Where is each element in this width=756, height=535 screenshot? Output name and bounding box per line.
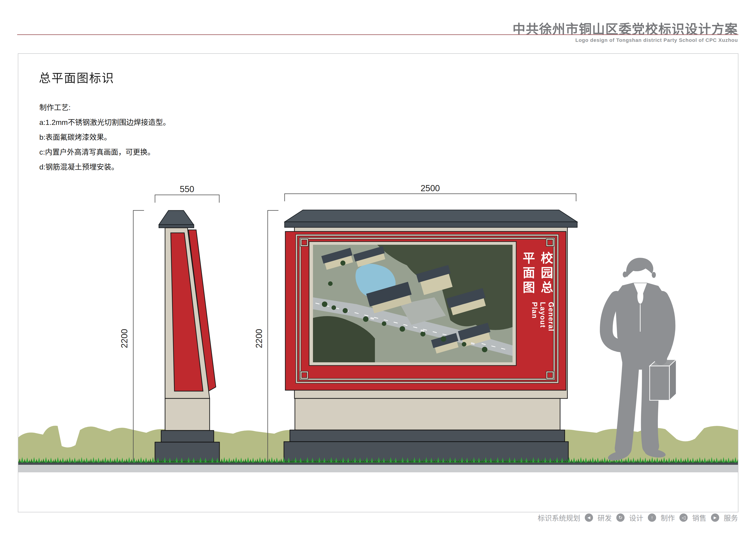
footer-item-production: 制作 <box>661 512 675 523</box>
front-base-block <box>295 398 560 430</box>
arrow-left-icon: ◄ <box>585 514 593 522</box>
refresh-icon: ↻ <box>616 514 625 522</box>
dim-550-label: 550 <box>180 184 194 194</box>
campus-aerial-photo <box>313 245 513 362</box>
footer-item-rd: 研发 <box>598 512 612 523</box>
dim-2500-label: 2500 <box>420 183 440 193</box>
dimension-side-width <box>155 195 219 203</box>
footer-service-chain: 标识系统规划 ◄ 研发 ↻ 设计 ↑ 制作 ◁ 销售 ► 服务 <box>538 512 738 523</box>
side-step-upper <box>161 431 214 442</box>
footer-item-service: 服务 <box>724 512 738 523</box>
sign-caption-zh: 校园总平面图 <box>523 252 555 301</box>
arrow-right-icon: ► <box>711 514 719 522</box>
dim-2200-front-label: 2200 <box>254 329 264 348</box>
footer-item-design: 设计 <box>629 512 643 523</box>
dimension-front-width <box>284 194 576 201</box>
person-hair <box>626 258 653 277</box>
side-cap-band <box>159 225 194 228</box>
person-hand <box>654 352 667 365</box>
side-base-block <box>165 398 210 431</box>
sign-caption: 校园总平面图 General Layout Plan <box>521 252 555 345</box>
side-cap-roof <box>159 211 194 225</box>
dim-2200-side-label: 2200 <box>120 329 129 348</box>
side-elevation <box>155 211 220 462</box>
front-step-upper <box>290 430 565 442</box>
person-tie <box>637 289 643 304</box>
design-sheet: 中共徐州市铜山区委党校标识设计方案 Logo design of Tongsha… <box>0 0 756 535</box>
person-left-leg <box>623 361 631 448</box>
front-roof-slope <box>284 210 577 222</box>
footer-item-sales: 销售 <box>692 512 706 523</box>
elevation-drawing: 550 2500 2200 2200 <box>0 0 756 535</box>
triangle-left-icon: ◁ <box>679 514 688 522</box>
sign-caption-en: General Layout Plan <box>521 302 555 345</box>
arrow-up-icon: ↑ <box>648 514 656 522</box>
dimension-front-height <box>268 211 279 470</box>
jacket-seam <box>640 304 640 332</box>
pavement-strip <box>18 465 738 472</box>
footer-item-planning: 标识系统规划 <box>538 512 580 523</box>
front-roof-fascia <box>284 222 577 227</box>
curb-line <box>18 463 738 465</box>
